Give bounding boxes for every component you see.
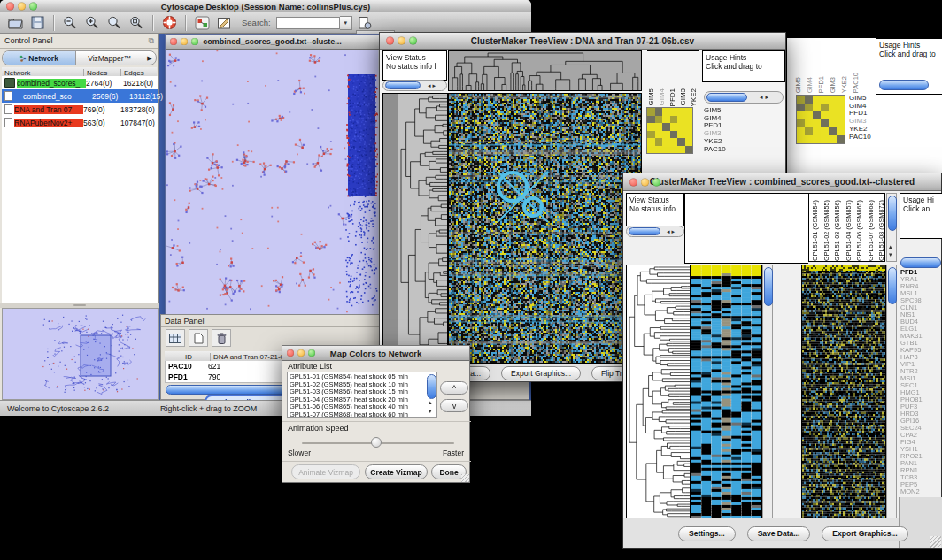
network-list-row[interactable]: combined_scores_ 2764(0) 16218(0): [2, 76, 158, 89]
minimize-icon[interactable]: [181, 38, 188, 45]
help-lifesaver-icon[interactable]: [159, 14, 179, 32]
scroll-thumb[interactable]: [706, 93, 747, 102]
scroll-thumb[interactable]: [629, 227, 660, 235]
search-input[interactable]: [276, 17, 340, 29]
scroll-thumb[interactable]: [385, 81, 421, 89]
tab-network[interactable]: Network: [3, 51, 76, 65]
network-list-row[interactable]: DNA and Tran 07 769(0) 183728(0): [2, 103, 158, 116]
move-down-button[interactable]: v: [440, 399, 468, 412]
network-list-row[interactable]: RNAPuberNov2+ 563(0) 107847(0): [2, 116, 158, 129]
network-overview-panel[interactable]: [2, 308, 159, 400]
float-panel-icon[interactable]: ⧉: [149, 36, 154, 46]
attribute-list-item[interactable]: GPL51-04 (GSM857) heat shock 20 min: [290, 396, 435, 404]
tv2-labels-vscrollbar[interactable]: ▴ ▾: [886, 193, 897, 262]
tv2-array-labels[interactable]: GPL51-01 (GSM854)GPL51-02 (GSM855)GPL51-…: [808, 193, 885, 262]
zoom-window-icon[interactable]: [652, 178, 660, 186]
zoom-out-icon[interactable]: [60, 14, 80, 32]
scroll-left-icon[interactable]: ◂: [667, 228, 670, 235]
vizmapper-icon[interactable]: [192, 14, 212, 32]
attribute-list-item[interactable]: GPL51-01 (GSM854) heat shock 05 min: [290, 373, 435, 381]
fragment-hscrollbar[interactable]: [879, 80, 929, 90]
zoom-window-icon[interactable]: [409, 37, 417, 45]
open-session-button[interactable]: [5, 14, 25, 32]
tv1-titlebar[interactable]: ClusterMaker TreeView : DNA and Tran 07-…: [380, 33, 785, 50]
tv1-column-dendrogram[interactable]: [448, 50, 642, 91]
zoom-window-icon[interactable]: [29, 3, 37, 11]
network-view-canvas[interactable]: [166, 50, 378, 315]
delete-attribute-icon[interactable]: [212, 329, 231, 347]
search-dropdown-button[interactable]: ▾: [340, 16, 352, 30]
slider-thumb[interactable]: [371, 437, 382, 448]
annotation-icon[interactable]: [214, 14, 234, 32]
tv1-row-dendrogram[interactable]: [382, 93, 448, 364]
tv1-heatmap[interactable]: [448, 93, 642, 364]
tv1-gene-labels[interactable]: GIM5GIM4PFD1GIM3YKE2PAC10: [704, 107, 739, 155]
attribute-select-icon[interactable]: [166, 329, 185, 347]
tv2-status-hscrollbar[interactable]: ◂ ▸: [626, 226, 684, 237]
treeview-action-button[interactable]: Export Graphics...: [822, 526, 907, 541]
zoom-selected-icon[interactable]: [127, 14, 146, 32]
resize-grip-icon[interactable]: [930, 536, 941, 548]
dialog-titlebar[interactable]: Map Colors to Network: [282, 346, 469, 361]
scroll-thumb[interactable]: [427, 374, 436, 399]
scroll-left-icon[interactable]: ◂: [760, 94, 763, 101]
minimize-icon[interactable]: [398, 37, 405, 45]
tv2-gene-hscrollbar[interactable]: [900, 257, 941, 268]
tv2-row-dendrogram[interactable]: [626, 265, 691, 519]
zoom-fit-icon[interactable]: [104, 14, 124, 32]
close-icon[interactable]: [386, 37, 394, 45]
tv2-titlebar[interactable]: ClusterMaker TreeView : combined_scores_…: [623, 173, 941, 191]
scroll-up-icon[interactable]: ▴: [429, 399, 432, 406]
tv2-heatmap-vscrollbar[interactable]: [762, 265, 773, 519]
move-up-button[interactable]: ^: [440, 381, 468, 395]
attribute-list-item[interactable]: GPL51-07 (GSM868) heat shock 60 min: [290, 411, 435, 418]
close-icon[interactable]: [287, 349, 294, 357]
network-window-titlebar[interactable]: combined_scores_good.txt--cluste...: [166, 35, 379, 50]
tv2-column-dendrogram-area[interactable]: [684, 193, 808, 264]
network-list-row[interactable]: combined_sco 2569(6) 13112(15): [2, 89, 158, 103]
attribute-list-item[interactable]: GPL51-06 (GSM865) heat shock 40 min: [290, 403, 435, 411]
treeview-action-button[interactable]: Save Data...: [747, 526, 811, 541]
scroll-right-icon[interactable]: ▸: [672, 228, 676, 235]
close-icon[interactable]: [170, 38, 177, 45]
scroll-thumb[interactable]: [888, 267, 897, 304]
treeview-action-button[interactable]: Settings...: [678, 526, 736, 541]
tv1-global-matrix[interactable]: [646, 107, 693, 154]
zoom-window-icon[interactable]: [191, 38, 198, 45]
scroll-down-icon[interactable]: ▾: [889, 251, 892, 258]
fragment-global-matrix[interactable]: [796, 95, 845, 144]
main-titlebar[interactable]: Cytoscape Desktop (Session Name: collins…: [0, 0, 531, 13]
minimize-icon[interactable]: [18, 3, 26, 11]
tv2-gene-list[interactable]: PFD1YRA1RNR4MSL1SPC98CLN1NIS1BUD4ELG1MAK…: [900, 269, 941, 497]
resize-grip-icon[interactable]: [461, 474, 469, 482]
tv1-usage-hscrollbar[interactable]: ◂ ▸: [704, 91, 784, 104]
tv1-array-labels[interactable]: GIM5GIM4PFD1GIM3YKE2PAC10: [647, 50, 699, 106]
treeview-action-button[interactable]: Export Graphics...: [501, 366, 581, 380]
tab-overflow-icon[interactable]: ▶: [143, 55, 156, 62]
tv1-status-hscrollbar[interactable]: ◂ ▸: [382, 80, 447, 91]
tv2-global-vscrollbar[interactable]: [886, 265, 897, 519]
close-icon[interactable]: [6, 3, 14, 11]
minimize-icon[interactable]: [297, 349, 305, 357]
minimize-icon[interactable]: [641, 178, 649, 186]
scroll-thumb[interactable]: [764, 267, 773, 306]
scroll-thumb[interactable]: [888, 196, 897, 231]
zoom-window-icon[interactable]: [308, 349, 315, 357]
close-icon[interactable]: [629, 178, 637, 186]
create-vizmap-button[interactable]: Create Vizmap: [365, 464, 428, 479]
scroll-down-icon[interactable]: ▾: [429, 408, 432, 415]
attribute-list-item[interactable]: GPL51-02 (GSM855) heat shock 10 min: [290, 381, 435, 389]
scroll-right-icon[interactable]: ▸: [766, 94, 769, 101]
search-config-icon[interactable]: [355, 14, 374, 32]
zoom-in-icon[interactable]: [82, 14, 102, 32]
scroll-left-icon[interactable]: ◂: [428, 82, 431, 89]
animate-vizmap-button[interactable]: Animate Vizmap: [291, 464, 360, 479]
tv2-heatmap[interactable]: [691, 265, 762, 519]
attribute-list-item[interactable]: GPL51-03 (GSM856) heat shock 15 min: [290, 388, 435, 396]
scroll-up-icon[interactable]: ▴: [889, 243, 892, 250]
scroll-right-icon[interactable]: ▸: [433, 82, 436, 89]
new-attribute-icon[interactable]: [189, 329, 208, 347]
tab-vizmapper[interactable]: VizMapper™: [76, 51, 143, 65]
animation-speed-slider[interactable]: [302, 437, 454, 448]
save-session-button[interactable]: [27, 14, 47, 32]
